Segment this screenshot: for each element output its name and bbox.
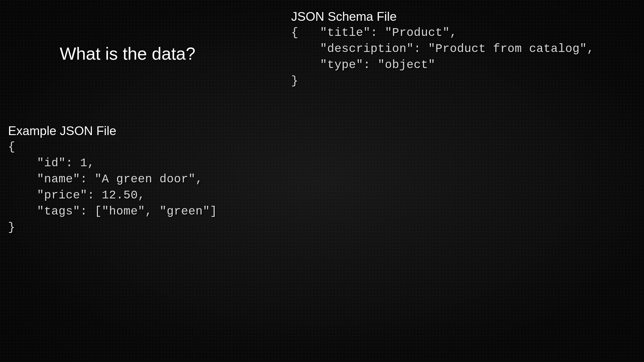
schema-label: JSON Schema File bbox=[291, 10, 397, 24]
slide-title: What is the data? bbox=[60, 44, 196, 64]
example-label: Example JSON File bbox=[8, 124, 116, 138]
schema-code-block: { "title": "Product", "description": "Pr… bbox=[291, 25, 594, 89]
example-code-block: { "id": 1, "name": "A green door", "pric… bbox=[8, 139, 217, 236]
